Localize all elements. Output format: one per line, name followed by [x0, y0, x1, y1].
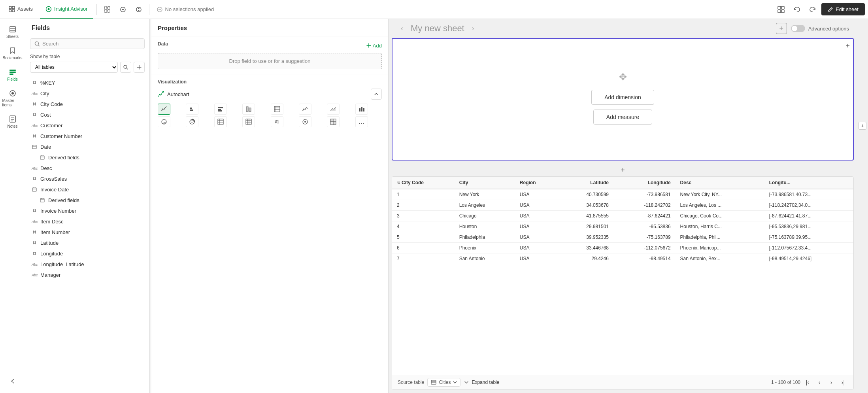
sep1	[96, 4, 97, 15]
th-region[interactable]: Region	[515, 177, 559, 189]
field-item-invoice-date[interactable]: Invoice Date	[25, 184, 149, 195]
viz-type-8[interactable]	[158, 116, 170, 127]
th-longitu[interactable]: Longitu...	[764, 177, 853, 189]
next-sheet-btn[interactable]: ›	[468, 23, 479, 34]
advanced-toggle: Advanced options	[791, 25, 849, 32]
th-latitude[interactable]: Latitude	[559, 177, 613, 189]
field-item-manager[interactable]: AbcManager	[25, 270, 149, 280]
source-table-select[interactable]: Cities	[427, 378, 460, 387]
forward-btn[interactable]	[132, 2, 146, 17]
nav-collapse-btn[interactable]	[1, 374, 25, 388]
edit-sheet-btn[interactable]: Edit sheet	[821, 3, 865, 15]
viz-type-9[interactable]	[186, 116, 198, 127]
data-table-scroll[interactable]: ⇅City CodeCityRegionLatitudeLongitudeDes…	[392, 177, 853, 375]
field-item-item-desc[interactable]: AbcItem Desc	[25, 216, 149, 227]
field-item-longitude[interactable]: Longitude	[25, 248, 149, 259]
search-table-btn[interactable]	[120, 62, 131, 73]
nav-master-items[interactable]: Master items	[1, 86, 25, 110]
field-item-customer-number[interactable]: Customer Number	[25, 131, 149, 142]
th-desc[interactable]: Desc	[676, 177, 764, 189]
field-name: %KEY	[40, 80, 55, 86]
viz-type-10[interactable]	[214, 116, 227, 127]
field-name: Latitude	[40, 240, 58, 246]
nav-fields[interactable]: Fields	[1, 65, 25, 85]
add-between-icon: +	[621, 166, 625, 174]
viz-type-7[interactable]	[355, 104, 368, 115]
th-city[interactable]: City	[455, 177, 515, 189]
viz-type-14[interactable]	[327, 116, 340, 127]
field-item-derived-fields[interactable]: Derived fields	[25, 195, 149, 206]
redo-btn[interactable]	[806, 2, 820, 17]
viz-type-0[interactable]	[158, 104, 170, 115]
add-measure-btn[interactable]: Add measure	[593, 110, 652, 125]
add-sheet-btn[interactable]: +	[776, 23, 787, 34]
nav-bookmarks[interactable]: Bookmarks	[1, 43, 25, 63]
prev-page-btn[interactable]: ‹	[815, 378, 824, 387]
td-longitude: -98.49514	[613, 253, 676, 264]
field-item-item-number[interactable]: Item Number	[25, 227, 149, 238]
nav-sheets[interactable]: Sheets	[1, 22, 25, 42]
viz-type-5[interactable]	[299, 104, 311, 115]
tab-assets[interactable]: Assets	[3, 0, 38, 19]
add-data-btn[interactable]: Add	[366, 43, 382, 49]
field-item-key[interactable]: %KEY	[25, 77, 149, 88]
advanced-toggle-switch[interactable]	[791, 25, 805, 32]
svg-rect-117	[246, 119, 251, 125]
search-input[interactable]	[42, 41, 140, 47]
page-info: 1 - 100 of 100	[771, 380, 800, 385]
search-box	[30, 38, 145, 49]
field-item-latitude[interactable]: Latitude	[25, 238, 149, 248]
svg-point-94	[162, 91, 164, 93]
prev-sheet-btn[interactable]: ‹	[396, 23, 408, 34]
back-btn[interactable]	[116, 2, 130, 17]
td-desc: Chicago, Cook Co...	[676, 211, 764, 221]
nav-notes[interactable]: Notes	[1, 112, 25, 132]
viz-type-12[interactable]: #1	[271, 116, 283, 127]
svg-line-83	[35, 231, 36, 234]
viz-type-2[interactable]	[214, 104, 227, 115]
expand-table-btn[interactable]: Expand table	[464, 380, 499, 385]
drop-area: Drop field to use or for a suggestion	[158, 53, 382, 69]
field-item-desc[interactable]: AbcDesc	[25, 163, 149, 174]
field-item-longitudelatitude[interactable]: AbcLongitude_Latitude	[25, 259, 149, 270]
field-item-city-code[interactable]: City Code	[25, 99, 149, 110]
table-dropdown[interactable]: All tables	[30, 62, 118, 73]
add-dimension-btn[interactable]: Add dimension	[591, 90, 654, 105]
field-type-icon: Abc	[32, 273, 37, 277]
viz-type-15[interactable]: …	[355, 116, 368, 127]
viz-type-4[interactable]	[271, 104, 283, 115]
viz-type-13[interactable]	[299, 116, 311, 127]
field-item-invoice-number[interactable]: Invoice Number	[25, 206, 149, 216]
field-item-grosssales[interactable]: GrossSales	[25, 174, 149, 184]
th-longitude[interactable]: Longitude	[613, 177, 676, 189]
viz-type-1[interactable]	[186, 104, 198, 115]
td-longitude: -87.624421	[613, 211, 676, 221]
td-city: San Antonio	[455, 253, 515, 264]
field-item-date[interactable]: Date	[25, 142, 149, 152]
add-between-row[interactable]: +	[389, 164, 857, 176]
nav-collapse[interactable]	[1, 374, 25, 393]
collapse-viz-btn[interactable]	[371, 89, 382, 100]
viz-type-11[interactable]	[242, 116, 255, 127]
field-item-cost[interactable]: Cost	[25, 110, 149, 120]
viz-type-3[interactable]	[242, 104, 255, 115]
grid-view-icon[interactable]	[774, 2, 788, 17]
next-page-btn[interactable]: ›	[826, 378, 836, 387]
svg-rect-107	[359, 108, 360, 111]
th-city_code[interactable]: ⇅City Code	[392, 177, 455, 189]
select-tool-btn[interactable]	[100, 2, 114, 17]
svg-line-51	[35, 113, 36, 116]
last-page-btn[interactable]: ›|	[838, 378, 848, 387]
undo-btn[interactable]	[790, 2, 804, 17]
expand-right-btn[interactable]: +	[859, 122, 866, 130]
first-page-btn[interactable]: |‹	[803, 378, 812, 387]
chart-area: ‹ My new sheet › + Advanced options ✥ Ad…	[389, 19, 857, 393]
viz-type-6[interactable]	[327, 104, 340, 115]
field-item-customer[interactable]: AbcCustomer	[25, 120, 149, 131]
add-table-btn[interactable]	[134, 62, 145, 73]
field-name: Customer	[40, 123, 62, 128]
tab-insight-advisor[interactable]: Insight Advisor	[40, 0, 93, 19]
field-item-city[interactable]: AbcCity	[25, 88, 149, 99]
field-item-derived-fields[interactable]: Derived fields	[25, 152, 149, 163]
plus-corner-btn[interactable]: +	[845, 42, 850, 50]
